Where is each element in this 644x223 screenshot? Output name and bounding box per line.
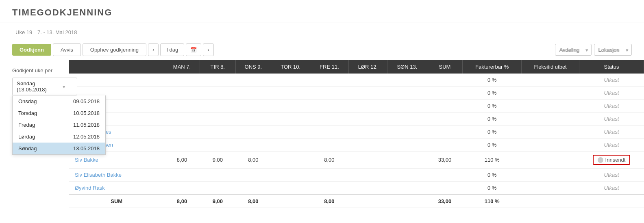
cell-status-row8: Utkast [579,182,644,195]
col-header-ons9: ONS 9. [235,60,271,74]
cell-lor12-row7 [348,169,387,182]
cell-son13-row4 [387,126,427,139]
cell-man7-row6: 8,00 [164,152,200,169]
cell-son13-row2 [387,100,427,113]
cell-fleksitid-row2 [522,100,579,113]
col-header-lor12: LØR 12. [348,60,387,74]
avdeling-select[interactable]: Avdeling [555,44,592,56]
cell-sum-row8 [427,182,463,195]
cell-tir8-row7 [200,169,236,182]
cell-name-row8[interactable]: Øyvind Rask [69,182,164,195]
cell-fleksitid-row4 [522,126,579,139]
cell-ons9-row9: 8,00 [235,195,271,208]
cell-tor10-row1 [271,87,310,100]
cell-tir8-row2 [200,100,236,113]
col-header-son13: SØN 13. [387,60,427,74]
cell-name-row7[interactable]: Siv Elisabeth Bakke [69,169,164,182]
cell-status-row3: Utkast [579,113,644,126]
cell-status-row2: Utkast [579,100,644,113]
week-end-dropdown[interactable]: Søndag (13.05.2018) Onsdag09.05.2018Tors… [12,78,77,95]
cell-lor12-row0 [348,74,387,87]
cell-sum-row9: 33,00 [427,195,463,208]
status-badge-utkast: Utkast [604,129,619,135]
col-header-name [69,60,164,74]
col-header-fre11: FRE 11. [310,60,348,74]
table-row: 0 %Utkast [69,113,644,126]
cell-tir8-row8 [200,182,236,195]
next-button[interactable]: › [203,43,213,56]
reject-button[interactable]: Avvis [53,43,81,56]
status-badge-utkast: Utkast [604,185,619,191]
cell-status-row0: Utkast [579,74,644,87]
col-header-man7: MAN 7. [164,60,200,74]
cell-sum-row5 [427,139,463,152]
cell-son13-row7 [387,169,427,182]
cell-fre11-row1 [310,87,348,100]
cell-tor10-row0 [271,74,310,87]
revoke-button[interactable]: Opphev godkjenning [83,43,146,56]
cell-man7-row1 [164,87,200,100]
lokasjon-select[interactable]: Lokasjon [594,44,632,56]
cell-tor10-row4 [271,126,310,139]
cell-fleksitid-row8 [522,182,579,195]
cell-fakturerbar-row5: 0 % [463,139,522,152]
dropdown-item[interactable]: Onsdag09.05.2018 [13,95,105,107]
cell-ons9-row4 [235,126,271,139]
cell-status-row1: Utkast [579,87,644,100]
cell-lor12-row8 [348,182,387,195]
cell-fre11-row2 [310,100,348,113]
cell-son13-row8 [387,182,427,195]
cell-man7-row8 [164,182,200,195]
cell-fleksitid-row9 [522,195,579,208]
status-badge-utkast: Utkast [604,90,619,96]
dropdown-item[interactable]: Søndag13.05.2018 [13,143,105,154]
cell-man7-row3 [164,113,200,126]
cell-sum-row1 [427,87,463,100]
cell-lor12-row2 [348,100,387,113]
prev-button[interactable]: ‹ [148,43,159,56]
dropdown-item[interactable]: Torsdag10.05.2018 [13,107,105,119]
today-button[interactable]: I dag [160,43,184,56]
time-table: MAN 7.TIR 8.ONS 9.TOR 10.FRE 11.LØR 12.S… [69,60,644,208]
dropdown-item[interactable]: Lørdag12.05.2018 [13,131,105,143]
cell-ons9-row0 [235,74,271,87]
calendar-button[interactable]: 📅 [186,43,201,56]
cell-lor12-row6 [348,152,387,169]
status-badge-innsendt: Innsendt [593,155,631,165]
cell-son13-row5 [387,139,427,152]
cell-fre11-row4 [310,126,348,139]
cell-man7-row5 [164,139,200,152]
cell-tor10-row5 [271,139,310,152]
cell-man7-row0 [164,74,200,87]
col-header-fakturerbar: Fakturerbar % [463,60,522,74]
table-row: Siv Elisabeth Bakke0 %Utkast [69,169,644,182]
cell-fleksitid-row1 [522,87,579,100]
avdeling-select-wrapper: Avdeling Avdeling [555,44,592,56]
cell-tir8-row4 [200,126,236,139]
status-badge-utkast: Utkast [604,77,619,83]
cell-fakturerbar-row1: 0 % [463,87,522,100]
cell-ons9-row3 [235,113,271,126]
cell-ons9-row2 [235,100,271,113]
dropdown-item[interactable]: Fredag11.05.2018 [13,119,105,131]
cell-sum-row4 [427,126,463,139]
cell-fakturerbar-row6: 110 % [463,152,522,169]
cell-son13-row6 [387,152,427,169]
status-badge-utkast: Utkast [604,116,619,122]
cell-fakturerbar-row0: 0 % [463,74,522,87]
cell-tir8-row0 [200,74,236,87]
table-row: 0 %Utkast [69,87,644,100]
dropdown-selected[interactable]: Søndag (13.05.2018) [12,78,77,95]
cell-man7-row9: 8,00 [164,195,200,208]
cell-ons9-row1 [235,87,271,100]
cell-fakturerbar-row2: 0 % [463,100,522,113]
cell-fakturerbar-row8: 0 % [463,182,522,195]
cell-son13-row3 [387,113,427,126]
cell-fleksitid-row0 [522,74,579,87]
approve-button[interactable]: Godkjenn [12,44,51,56]
cell-tir8-row3 [200,113,236,126]
status-badge-utkast: Utkast [604,172,619,178]
week-title: Uke 19 7. - 13. Mai 2018 [12,28,632,36]
table-row: Leonard James0 %Utkast [69,126,644,139]
cell-status-row4: Utkast [579,126,644,139]
